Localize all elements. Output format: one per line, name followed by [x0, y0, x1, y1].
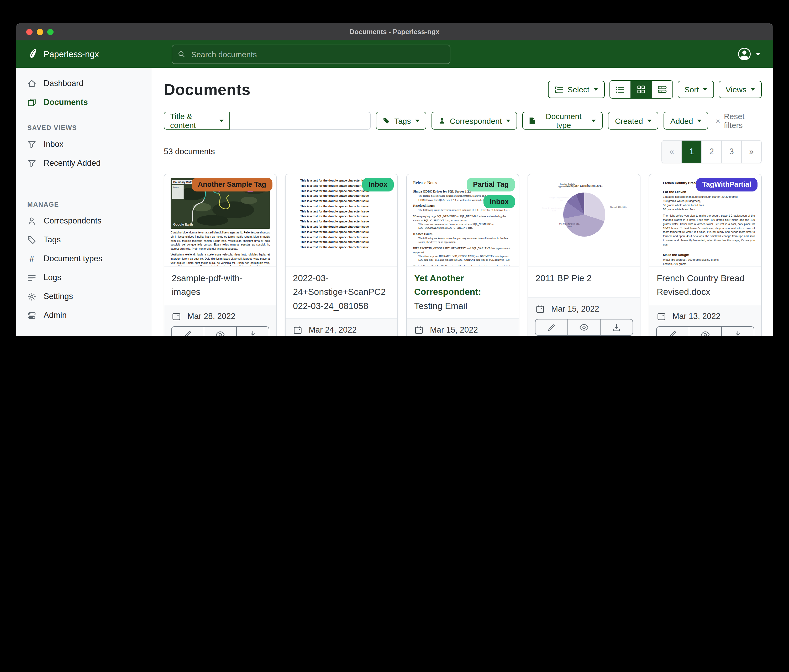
view-button[interactable] [204, 326, 236, 336]
document-date: Mar 28, 2022 [187, 311, 235, 321]
sidebar-item-label: Correspondents [43, 216, 102, 226]
filter-document-type-button[interactable]: Document type [522, 112, 603, 130]
global-search[interactable] [172, 44, 450, 64]
thumb-text: White bread flour, 700 grams [663, 266, 755, 267]
view-detail-button[interactable] [651, 81, 672, 98]
pie-slice-label: Pre-hypertension, 212, 42% [557, 223, 581, 228]
thumb-text: Water (80 degrees), 700 grams plus 50 gr… [663, 257, 755, 261]
sidebar-item-documents[interactable]: Documents [16, 93, 152, 112]
document-correspondent: Yet Another Correspondent: [414, 273, 481, 297]
document-thumbnail[interactable]: Release NotesSimba ODBC Driver for SQL S… [407, 174, 519, 266]
date-row: Mar 13, 2022 [656, 309, 754, 326]
document-card: Release NotesSimba ODBC Driver for SQL S… [406, 174, 519, 336]
filter-tags-button[interactable]: Tags [376, 112, 426, 130]
edit-button[interactable] [657, 326, 689, 336]
tag-badge[interactable]: Partial Tag [467, 178, 515, 191]
chevron-down-icon [756, 53, 760, 55]
chevron-down-icon [219, 119, 224, 122]
filter-correspondent-button[interactable]: Correspondent [431, 112, 517, 130]
pagination-page-3[interactable]: 3 [721, 140, 741, 162]
brand-label: Paperless-ngx [43, 49, 99, 59]
eye-icon [216, 331, 225, 336]
card-footer: Mar 15, 2022 [528, 298, 640, 336]
thumb-text: This issue has been resolved. You can no… [418, 222, 512, 230]
sidebar-item-admin[interactable]: Admin [16, 306, 152, 325]
chevron-down-icon [415, 119, 419, 122]
filter-field-dropdown[interactable]: Title & content [164, 112, 230, 130]
pagination-prev[interactable]: « [662, 140, 681, 162]
document-title[interactable]: 2011 BP Pie 2 [528, 266, 640, 298]
document-thumbnail[interactable]: French Country BreadFor the Leaven1 heap… [649, 174, 761, 266]
text-lines-icon [27, 273, 36, 282]
calendar-icon [172, 312, 180, 320]
thumb-text: Make the Dough: [663, 253, 755, 256]
close-window-button[interactable] [26, 29, 32, 35]
card-footer: Mar 24, 2022 [286, 318, 398, 336]
hash-icon: # [27, 254, 36, 263]
pencil-icon [184, 331, 192, 336]
filter-created-button[interactable]: Created [608, 112, 658, 130]
select-dropdown-button[interactable]: Select [548, 81, 604, 98]
document-title[interactable]: 2022-03-24+Sonstige+ScanPC2022-03-24_081… [286, 266, 398, 318]
zoom-window-button[interactable] [47, 29, 54, 35]
document-thumbnail[interactable]: This is a test for the double space char… [286, 174, 398, 266]
pie-slice-label: Stage 2 Hypertension, 44, 9% [549, 196, 573, 201]
tag-badge[interactable]: TagWithPartial [696, 178, 757, 191]
download-button[interactable] [600, 320, 632, 335]
sort-dropdown-button[interactable]: Sort [677, 81, 714, 98]
select-label: Select [567, 85, 589, 94]
calendar-icon [536, 305, 545, 313]
view-button[interactable] [689, 326, 721, 336]
document-thumbnail[interactable]: Patient BP Distribution 2011Isolated Sys… [528, 174, 640, 266]
sidebar-item-label: Recently Added [43, 158, 101, 168]
download-button[interactable] [721, 326, 754, 336]
minimize-window-button[interactable] [37, 29, 43, 35]
close-icon: × [716, 116, 720, 125]
sidebar-item-logs[interactable]: Logs [16, 268, 152, 287]
card-actions [535, 319, 633, 336]
filter-query-input[interactable] [230, 112, 371, 130]
brand[interactable]: Paperless-ngx [16, 48, 156, 60]
sidebar-item-dashboard[interactable]: Dashboard [16, 74, 152, 93]
tag-badge[interactable]: Another Sample Tag [191, 178, 272, 191]
pie-slice-label: Stage 1 Hypertension, 65, 13% [542, 207, 566, 212]
calendar-icon [415, 326, 423, 334]
view-grid-button[interactable] [630, 81, 651, 98]
view-list-button[interactable] [610, 81, 630, 98]
document-thumbnail[interactable]: Boundary Waters TripLegendGoogle EarthCu… [164, 174, 276, 266]
tag-badge[interactable]: Inbox [484, 195, 515, 208]
download-button[interactable] [236, 326, 269, 336]
detail-view-icon [658, 86, 666, 93]
document-title[interactable]: 2sample-pdf-with-images [164, 266, 276, 304]
sidebar-item-settings[interactable]: Settings [16, 287, 152, 306]
thumb-text: The night before you plan to make the do… [663, 214, 755, 247]
sidebar-item-inbox[interactable]: Inbox [16, 135, 152, 154]
filter-added-button[interactable]: Added [664, 112, 708, 130]
sidebar-item-correspondents[interactable]: Correspondents [16, 212, 152, 230]
view-button[interactable] [567, 320, 600, 335]
sidebar-item-recently-added[interactable]: Recently Added [16, 154, 152, 173]
views-dropdown-button[interactable]: Views [719, 81, 762, 98]
chevron-down-icon [593, 88, 598, 91]
edit-button[interactable] [172, 326, 204, 336]
sidebar-item-document-types[interactable]: # Document types [16, 249, 152, 268]
reset-filters-button[interactable]: × Reset filters [716, 112, 762, 130]
calendar-icon [657, 312, 666, 320]
pagination-page-2[interactable]: 2 [701, 140, 721, 162]
thumb-line: This is a test for the double space char… [300, 204, 398, 209]
sidebar-item-tags[interactable]: Tags [16, 230, 152, 249]
thumb-text: 1 heaped tablespoon mature sourdough sta… [663, 194, 755, 199]
card-footer: Mar 13, 2022 [649, 304, 761, 336]
pagination-page-1[interactable]: 1 [681, 140, 701, 162]
app-header: Paperless-ngx [16, 40, 773, 68]
search-input[interactable] [190, 49, 444, 59]
document-title[interactable]: Yet Another Correspondent: Testing Email [407, 266, 519, 318]
edit-button[interactable] [535, 320, 567, 335]
user-menu[interactable] [738, 47, 773, 61]
filter-tags-label: Tags [394, 116, 411, 125]
document-date: Mar 15, 2022 [430, 325, 478, 335]
document-card: French Country BreadFor the Leaven1 heap… [649, 174, 762, 336]
tag-badge[interactable]: Inbox [362, 178, 394, 191]
document-title[interactable]: French Country Bread Revised.docx [649, 266, 761, 304]
pagination-next[interactable]: » [741, 140, 761, 162]
